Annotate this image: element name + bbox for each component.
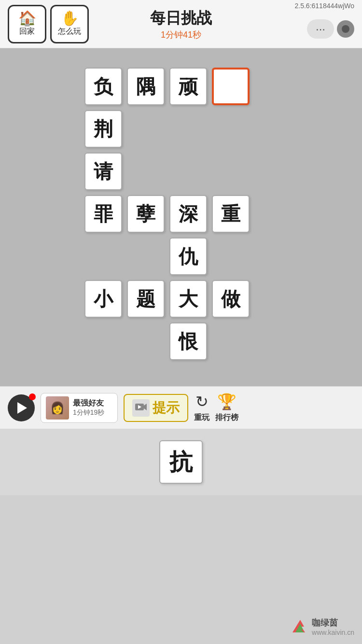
leaderboard-button[interactable]: 🏆 排行榜	[215, 392, 238, 423]
tile-hen[interactable]: 恨	[169, 322, 207, 360]
play-button[interactable]	[8, 394, 35, 421]
nav-buttons: 🏠 回家 ✋ 怎么玩	[8, 5, 89, 43]
trophy-icon: 🏆	[217, 392, 237, 411]
tile-xiao[interactable]: 小	[84, 280, 122, 318]
watermark-url: www.kaivin.cn	[312, 629, 354, 636]
tile-yu[interactable]: 隅	[127, 68, 165, 105]
tile-qing[interactable]: 请	[84, 153, 122, 190]
bottom-bar: 👩 最强好友 1分钟19秒 提示 ↻ 重玩 🏆 排行榜	[0, 386, 362, 429]
tile-zui[interactable]: 罪	[84, 195, 122, 233]
top-bar: 2.5.6:6118444wjWo 🏠 回家 ✋ 怎么玩 每日挑战 1分钟41秒…	[0, 0, 362, 48]
tile-jing[interactable]: 荆	[84, 110, 122, 148]
brand-name: 咖绿茵	[312, 617, 338, 629]
friend-name: 最强好友	[73, 398, 104, 408]
version-text: 2.5.6:6118444wjWo	[295, 2, 355, 10]
hint-button[interactable]: 提示	[124, 394, 188, 422]
puzzle-container: 负 隅 顽 荆 请 罪 孽 深 重 仇 小 题 大 做 恨	[84, 68, 278, 367]
home-button[interactable]: 🏠 回家	[8, 5, 46, 43]
restart-icon: ↻	[195, 392, 209, 411]
play-triangle-icon	[17, 402, 27, 414]
answer-area: 抗	[0, 429, 362, 495]
record-button[interactable]	[337, 20, 354, 38]
game-title: 每日挑战	[150, 8, 212, 29]
tile-shen[interactable]: 深	[169, 195, 207, 233]
brand-logo	[292, 618, 309, 635]
friend-card[interactable]: 👩 最强好友 1分钟19秒	[41, 393, 118, 423]
tile-da[interactable]: 大	[169, 280, 207, 318]
restart-button[interactable]: ↻ 重玩	[194, 392, 209, 423]
tile-wan[interactable]: 顽	[169, 68, 207, 105]
home-label: 回家	[19, 27, 35, 37]
tile-zhong[interactable]: 重	[212, 195, 250, 233]
help-button[interactable]: ✋ 怎么玩	[50, 5, 89, 43]
tile-nie[interactable]: 孽	[127, 195, 165, 233]
top-right-controls: ···	[307, 10, 354, 39]
help-label: 怎么玩	[58, 27, 81, 37]
restart-label: 重玩	[194, 413, 209, 423]
watermark: 咖绿茵 www.kaivin.cn	[292, 617, 354, 636]
tile-ti[interactable]: 题	[127, 280, 165, 318]
hint-label: 提示	[153, 399, 180, 417]
svg-marker-1	[144, 404, 147, 410]
tile-zuo[interactable]: 做	[212, 280, 250, 318]
tile-chou[interactable]: 仇	[169, 238, 207, 275]
tile-fu[interactable]: 负	[84, 68, 122, 105]
friend-info: 最强好友 1分钟19秒	[73, 398, 104, 417]
live-dot-icon	[29, 393, 36, 400]
home-icon: 🏠	[18, 11, 36, 26]
leaderboard-label: 排行榜	[215, 413, 238, 423]
friend-time: 1分钟19秒	[73, 408, 104, 417]
record-inner-icon	[342, 25, 349, 33]
friend-avatar: 👩	[46, 396, 69, 420]
game-area: 负 隅 顽 荆 请 罪 孽 深 重 仇 小 题 大 做 恨	[0, 48, 362, 386]
dots-icon: ···	[316, 22, 325, 36]
hint-video-icon	[132, 399, 150, 417]
more-options-button[interactable]: ···	[307, 19, 334, 39]
answer-tile[interactable]: 抗	[159, 440, 203, 484]
game-subtitle: 1分钟41秒	[150, 29, 212, 41]
title-section: 每日挑战 1分钟41秒	[150, 8, 212, 41]
help-icon: ✋	[61, 11, 79, 26]
tile-empty[interactable]	[212, 68, 250, 105]
